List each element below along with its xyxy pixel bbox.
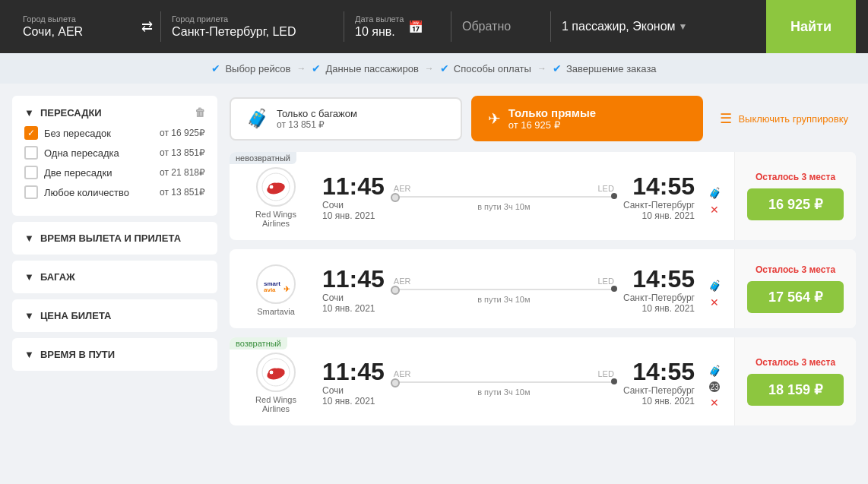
swap-button[interactable]: ⇄ (134, 18, 160, 35)
dest-value: Санкт-Петербург, LED (172, 25, 333, 39)
search-button[interactable]: Найти (766, 0, 856, 53)
svg-point-11 (269, 370, 274, 375)
chevron-down-icon: ▼ (24, 310, 34, 321)
step-arrow: → (537, 63, 546, 74)
airline-logo-circle (256, 353, 296, 392)
checkbox-nonstop[interactable]: ✓ (24, 126, 38, 140)
flight-info: 11:45 Сочи 10 янв. 2021 AER LED в пути 3… (322, 267, 695, 314)
results-tabs: 🧳 Только с багажом от 13 851 ₽ ✈ Только … (230, 96, 856, 141)
route-line: AER LED в пути 3ч 10м (394, 369, 614, 397)
flight-badge: возвратный (230, 337, 287, 350)
filter-transfers-label: ПЕРЕСАДКИ (40, 107, 102, 119)
origin-field[interactable]: Город вылета Сочи, AER (12, 8, 134, 45)
trash-icon[interactable]: 🗑 (195, 106, 205, 119)
step-selection: ✔ Выбор рейсов (211, 62, 290, 74)
filter-time-title[interactable]: ▼ ВРЕМЯ ВЫЛЕТА И ПРИЛЕТА (24, 233, 205, 244)
step-arrow: → (425, 63, 434, 74)
flight-card: невозвратный Red Wings Airlines (230, 152, 856, 240)
depart-date: 10 янв. 2021 (322, 303, 385, 314)
filter-onestop-label: Одна пересадка (44, 147, 119, 159)
return-field[interactable]: Обратно (451, 14, 550, 40)
checkbox-any-stops[interactable] (24, 185, 38, 199)
filter-price-title[interactable]: ▼ ЦЕНА БИЛЕТА (24, 310, 205, 321)
filter-transfers-title[interactable]: ▼ ПЕРЕСАДКИ 🗑 (24, 106, 205, 119)
filter-price: ▼ ЦЕНА БИЛЕТА (12, 299, 217, 332)
filter-twostops-price: от 21 818₽ (160, 167, 205, 178)
filter-travel-time-label: ВРЕМЯ В ПУТИ (40, 349, 115, 360)
filter-item: Любое количество от 13 851₽ (24, 185, 205, 199)
seats-left: Осталось 3 места (756, 172, 835, 182)
price-panel: Осталось 3 места 18 159 ₽ (734, 337, 856, 425)
svg-text:avia: avia (264, 286, 276, 293)
dest-field[interactable]: Город прилета Санкт-Петербург, LED (161, 8, 344, 45)
delete-icon[interactable]: ✕ (710, 204, 719, 216)
route-duration: в пути 3ч 10м (477, 388, 530, 397)
filter-price-label: ЦЕНА БИЛЕТА (40, 310, 112, 321)
book-button[interactable]: 16 925 ₽ (747, 188, 844, 220)
pax-value: 1 пассажир, Эконом (562, 20, 676, 33)
calendar-icon: 📅 (408, 20, 423, 34)
svg-text:✈: ✈ (284, 285, 290, 293)
depart-time: 11:45 (322, 174, 385, 198)
depart-code: AER (394, 277, 411, 286)
flight-main: smart avia ✈ Smartavia 11:45 Сочи 10 янв… (230, 249, 734, 328)
svg-point-3 (269, 185, 274, 189)
depart-city: Сочи (322, 293, 385, 303)
airline-logo-circle: smart avia ✈ (256, 264, 296, 304)
route-track (394, 196, 614, 198)
flight-actions: 🧳 23 ✕ (707, 357, 722, 409)
arrive-time: 14:55 (623, 359, 695, 384)
filter-baggage-title[interactable]: ▼ БАГАЖ (24, 271, 205, 283)
flight-info: 11:45 Сочи 10 янв. 2021 AER LED в пути 3… (322, 174, 695, 221)
chevron-down-icon: ▼ (24, 107, 34, 119)
filter-anystops-label: Любое количество (44, 187, 129, 198)
depart-city: Сочи (322, 385, 385, 396)
flight-card: возвратный Red Wings Airlines (230, 337, 856, 425)
flight-card: smart avia ✈ Smartavia 11:45 Сочи 10 янв… (230, 249, 856, 328)
filter-baggage: ▼ БАГАЖ (12, 261, 217, 293)
baggage-icon[interactable]: 🧳 (708, 187, 721, 199)
checkbox-two-stops[interactable] (24, 166, 38, 179)
arrive-date: 10 янв. 2021 (623, 303, 695, 314)
header: Город вылета Сочи, AER ⇄ Город прилета С… (0, 0, 868, 53)
filter-travel-time-title[interactable]: ▼ ВРЕМЯ В ПУТИ (24, 349, 205, 360)
route-codes: AER LED (394, 184, 614, 193)
step-arrow: → (296, 63, 306, 74)
return-value: Обратно (462, 20, 540, 33)
depart-block: 11:45 Сочи 10 янв. 2021 (322, 359, 385, 406)
baggage-icon[interactable]: 🧳 (708, 280, 721, 292)
filter-nonstop-label: Без пересадок (44, 128, 111, 139)
date-field[interactable]: Дата вылета 10 янв. 📅 (344, 8, 451, 45)
arrive-date: 10 янв. 2021 (623, 210, 695, 221)
route-codes: AER LED (394, 369, 614, 378)
depart-time: 11:45 (322, 267, 385, 291)
depart-block: 11:45 Сочи 10 янв. 2021 (322, 174, 385, 221)
flight-main: Red Wings Airlines 11:45 Сочи 10 янв. 20… (230, 152, 734, 240)
depart-code: AER (394, 369, 411, 378)
filter-anystops-price: от 13 851₽ (160, 187, 205, 198)
delete-icon[interactable]: ✕ (710, 296, 719, 308)
grouping-button[interactable]: ☰ Выключить группировку (712, 110, 856, 127)
airline-logo: Red Wings Airlines (242, 353, 310, 413)
filter-time-label: ВРЕМЯ ВЫЛЕТА И ПРИЛЕТА (40, 233, 181, 244)
seats-left: Осталось 3 места (756, 357, 835, 368)
main-content: ▼ ПЕРЕСАДКИ 🗑 ✓ Без пересадок от 16 925₽… (0, 84, 868, 447)
date-value: 10 янв. (355, 25, 404, 39)
route-codes: AER LED (394, 277, 614, 286)
checkbox-one-stop[interactable] (24, 146, 38, 160)
step-passengers: ✔ Данные пассажиров (312, 62, 418, 74)
arrive-block: 14:55 Санкт-Петербург 10 янв. 2021 (623, 267, 695, 314)
pax-field[interactable]: 1 пассажир, Эконом ▼ (551, 14, 698, 40)
date-label: Дата вылета (355, 14, 404, 24)
book-button[interactable]: 17 564 ₽ (747, 281, 844, 313)
book-button[interactable]: 18 159 ₽ (747, 374, 844, 406)
tab-baggage[interactable]: 🧳 Только с багажом от 13 851 ₽ (230, 97, 462, 141)
route-track (394, 381, 614, 383)
tab-baggage-price: от 13 851 ₽ (277, 119, 357, 130)
baggage-icon[interactable]: 🧳 (708, 365, 721, 377)
tab-direct[interactable]: ✈ Только прямые от 16 925 ₽ (471, 96, 704, 141)
redwings-logo-svg (261, 172, 291, 202)
filter-time: ▼ ВРЕМЯ ВЫЛЕТА И ПРИЛЕТА (12, 222, 217, 255)
arrive-block: 14:55 Санкт-Петербург 10 янв. 2021 (623, 174, 695, 221)
delete-icon[interactable]: ✕ (710, 397, 719, 409)
